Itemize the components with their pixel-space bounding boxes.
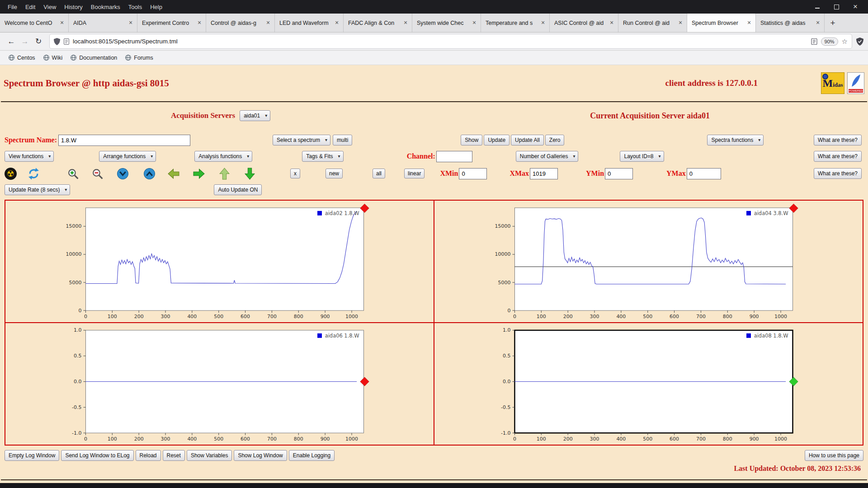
tags-fits-dropdown[interactable]: Tags & Fits [302,151,343,162]
tab-welcome[interactable]: Welcome to CentO [0,14,69,32]
tab-temperature[interactable]: Temperature and s [481,14,550,32]
midas-logo[interactable]: Midas [821,72,844,94]
tab-experiment-control[interactable]: Experiment Contro [137,14,206,32]
layout-id-dropdown[interactable]: Layout ID=8 [620,151,664,162]
what-are-these-button[interactable]: What are these? [814,168,862,179]
new-tab-button[interactable]: + [825,14,841,32]
arrange-functions-dropdown[interactable]: Arrange functions [99,151,156,162]
radiation-icon[interactable] [5,168,17,180]
tab-run-control[interactable]: Run Control @ aid [618,14,687,32]
close-button[interactable] [853,4,858,9]
maximize-button[interactable] [834,4,839,9]
pan-down-icon[interactable] [244,168,256,180]
menu-tools[interactable]: Tools [124,2,146,12]
url-text[interactable]: localhost:8015/Spectrum/Spectrum.tml [73,38,807,45]
menu-edit[interactable]: Edit [21,2,39,12]
tab-close-icon[interactable] [471,19,478,27]
ymin-input[interactable] [605,168,633,179]
minimize-button[interactable] [815,4,820,9]
pan-left-icon[interactable] [168,168,180,180]
how-to-use-button[interactable]: How to use this page [805,450,863,461]
xmax-input[interactable] [530,168,558,179]
security-shield-icon[interactable] [856,38,863,46]
reload-button[interactable] [32,35,45,48]
menu-bookmarks[interactable]: Bookmarks [87,2,124,12]
pan-right-icon[interactable] [193,168,205,180]
number-of-galleries-dropdown[interactable]: Number of Galleries [516,151,579,162]
menu-history[interactable]: History [60,2,86,12]
tracking-protection-shield-icon[interactable] [54,38,60,45]
tab-close-icon[interactable] [402,19,409,27]
tab-control[interactable]: Control @ aidas-g [206,14,275,32]
tab-close-icon[interactable] [539,19,547,27]
tab-close-icon[interactable] [608,19,615,27]
zoom-out-icon[interactable] [91,168,104,180]
tab-system-wide-check[interactable]: System wide Chec [412,14,481,32]
back-button[interactable] [5,35,18,48]
circle-chevron-up-icon[interactable] [143,168,156,180]
refresh-icon[interactable] [28,168,40,180]
empty-log-window-button[interactable]: Empty Log Window [5,450,59,461]
pan-up-icon[interactable] [218,168,231,180]
show-button[interactable]: Show [461,135,482,145]
tab-asic-control[interactable]: ASIC Control @ aid [550,14,618,32]
new-button[interactable]: new [326,169,343,178]
bookmark-wiki[interactable]: Wiki [39,53,67,63]
menu-help[interactable]: Help [146,2,166,12]
tab-close-icon[interactable] [333,19,340,27]
update-button[interactable]: Update [484,135,509,145]
zero-button[interactable]: Zero [545,135,565,145]
acquisition-server-select[interactable]: aida01 [240,110,270,121]
spectrum-name-input[interactable] [58,135,190,146]
multi-button[interactable]: multi [333,135,352,145]
chart-panel-aida06[interactable]: -1.0-0.50.00.51.001002003004005006007008… [5,323,434,445]
tab-close-icon[interactable] [814,19,821,27]
chart-panel-aida02[interactable]: 0500010000150000100200300400500600700800… [5,200,434,323]
tab-spectrum-browser[interactable]: Spectrum Browser [687,14,756,32]
bookmark-documentation[interactable]: Documentation [66,53,121,63]
menu-view[interactable]: View [39,2,60,12]
auto-update-button[interactable]: Auto Update ON [214,184,262,195]
view-functions-dropdown[interactable]: View functions [5,151,54,162]
what-are-these-button[interactable]: What are these? [814,135,862,145]
reset-button[interactable]: Reset [163,450,185,461]
tab-close-icon[interactable] [745,19,753,27]
tab-statistics[interactable]: Statistics @ aidas [756,14,825,32]
tcl-powered-logo[interactable]: POWERED [847,72,864,94]
zoom-in-icon[interactable] [67,168,79,180]
reload-page-button[interactable]: Reload [136,450,161,461]
enable-logging-button[interactable]: Enable Logging [289,450,335,461]
show-variables-button[interactable]: Show Variables [187,450,232,461]
bookmark-centos[interactable]: Centos [5,53,39,63]
tab-led-waveform[interactable]: LED and Waveform [275,14,344,32]
show-log-window-button[interactable]: Show Log Window [234,450,287,461]
bookmark-star-icon[interactable] [842,38,848,46]
tab-close-icon[interactable] [58,19,66,27]
xmin-input[interactable] [459,168,487,179]
address-field[interactable]: localhost:8015/Spectrum/Spectrum.tml 90% [50,34,852,48]
tab-close-icon[interactable] [196,19,203,27]
tab-close-icon[interactable] [677,19,684,27]
tab-close-icon[interactable] [264,19,272,27]
chart-panel-aida04[interactable]: 0500010000150000100200300400500600700800… [434,200,863,323]
zoom-level-badge[interactable]: 90% [821,38,838,46]
bookmark-forums[interactable]: Forums [121,53,157,63]
tab-fadc-align[interactable]: FADC Align & Con [344,14,412,32]
x-button[interactable]: x [290,169,300,178]
tab-aida[interactable]: AIDA [69,14,137,32]
analysis-functions-dropdown[interactable]: Analysis functions [194,151,252,162]
update-rate-dropdown[interactable]: Update Rate (8 secs) [5,184,70,195]
chart-panel-aida08[interactable]: -1.0-0.50.00.51.001002003004005006007008… [434,323,863,445]
menu-file[interactable]: File [4,2,21,12]
linear-button[interactable]: linear [404,169,425,178]
tab-close-icon[interactable] [127,19,134,27]
spectra-functions-dropdown[interactable]: Spectra functions [707,135,764,145]
circle-chevron-down-icon[interactable] [117,168,129,180]
reader-view-icon[interactable] [811,38,817,45]
site-info-icon[interactable] [64,38,69,45]
all-button[interactable]: all [373,169,385,178]
update-all-button[interactable]: Update All [511,135,544,145]
send-log-to-elog-button[interactable]: Send Log Window to ELog [61,450,133,461]
channel-input[interactable] [436,151,472,162]
ymax-input[interactable] [687,168,721,179]
